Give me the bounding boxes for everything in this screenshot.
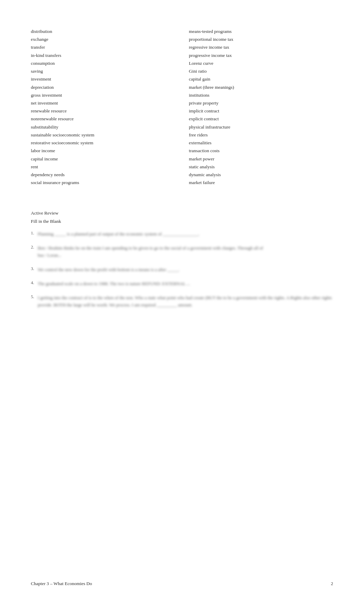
term-private-property: private property bbox=[189, 99, 333, 107]
term-gross-investment: gross investment bbox=[31, 91, 175, 99]
term-saving: saving bbox=[31, 67, 175, 75]
item-5-number: 5. bbox=[31, 294, 36, 308]
page-footer: Chapter 3 – What Economies Do 2 bbox=[31, 581, 333, 586]
term-lorenz-curve: Lorenz curve bbox=[189, 59, 333, 67]
terms-right-column: means-tested programs proportional incom… bbox=[189, 27, 333, 186]
term-renewable-resource: renewable resource bbox=[31, 107, 175, 115]
term-progressive-tax: progressive income tax bbox=[189, 51, 333, 59]
divider bbox=[31, 200, 333, 210]
term-implicit-contract: implicit contract bbox=[189, 107, 333, 115]
fill-item-1: 1. Planning _____ is a planned part of o… bbox=[31, 230, 333, 238]
term-physical-infrastructure: physical infrastructure bbox=[189, 123, 333, 131]
item-3-number: 3. bbox=[31, 266, 36, 273]
term-institutions: institutions bbox=[189, 91, 333, 99]
item-4-number: 4. bbox=[31, 280, 36, 287]
term-market: market (three meanings) bbox=[189, 83, 333, 91]
term-rent: rent bbox=[31, 163, 175, 171]
term-in-kind-transfers: in-kind transfers bbox=[31, 51, 175, 59]
term-distribution: distribution bbox=[31, 27, 175, 35]
term-externalities: externalities bbox=[189, 139, 333, 147]
active-review-heading: Active Review bbox=[31, 210, 333, 216]
terms-left-column: distribution exchange transfer in-kind t… bbox=[31, 27, 175, 186]
item-3-text: We control the new down for the profit w… bbox=[38, 266, 180, 273]
fill-item-5: 5. I getting into the contract of is to … bbox=[31, 294, 333, 308]
item-5-text: I getting into the contract of is to the… bbox=[38, 294, 332, 308]
page: distribution exchange transfer in-kind t… bbox=[0, 0, 364, 607]
term-consumption: consumption bbox=[31, 59, 175, 67]
term-static-analysis: static analysis bbox=[189, 163, 333, 171]
term-nonrenewable-resource: nonrenewable resource bbox=[31, 115, 175, 123]
fill-blank-section: 1. Planning _____ is a planned part of o… bbox=[31, 230, 333, 308]
footer-chapter: Chapter 3 – What Economies Do bbox=[31, 581, 92, 586]
term-means-tested: means-tested programs bbox=[189, 27, 333, 35]
term-exchange: exchange bbox=[31, 35, 175, 43]
term-depreciation: depreciation bbox=[31, 83, 175, 91]
term-dynamic-analysis: dynamic analysis bbox=[189, 171, 333, 179]
item-2-text: Ben / Ibrahim thinks he on the train I a… bbox=[38, 244, 263, 259]
term-transfer: transfer bbox=[31, 43, 175, 51]
item-1-text: Planning _____ is a planned part of outp… bbox=[38, 230, 199, 238]
term-proportional-tax: proportional income tax bbox=[189, 35, 333, 43]
terms-section: distribution exchange transfer in-kind t… bbox=[31, 27, 333, 186]
term-restorative-socioeconomic: restorative socioeconomic system bbox=[31, 139, 175, 147]
item-2-number: 2. bbox=[31, 244, 36, 259]
term-investment: investment bbox=[31, 75, 175, 83]
term-gini-ratio: Gini ratio bbox=[189, 67, 333, 75]
term-dependency-needs: dependency needs bbox=[31, 171, 175, 179]
footer-page-number: 2 bbox=[331, 581, 333, 586]
fill-item-4: 4. The graduated scale on a down to 1988… bbox=[31, 280, 333, 287]
term-sustainable-socioeconomic: sustainable socioeconomic system bbox=[31, 131, 175, 139]
term-labor-income: labor income bbox=[31, 147, 175, 155]
item-1-number: 1. bbox=[31, 230, 36, 238]
term-explicit-contract: explicit contract bbox=[189, 115, 333, 123]
term-net-investment: net investment bbox=[31, 99, 175, 107]
term-market-failure: market failure bbox=[189, 179, 333, 186]
item-4-text: The graduated scale on a down to 1988. T… bbox=[38, 280, 190, 287]
term-substitutability: substitutability bbox=[31, 123, 175, 131]
term-transaction-costs: transaction costs bbox=[189, 147, 333, 155]
fill-blank-heading: Fill in the Blank bbox=[31, 219, 333, 224]
term-free-riders: free riders bbox=[189, 131, 333, 139]
term-capital-income: capital income bbox=[31, 155, 175, 163]
term-capital-gain: capital gain bbox=[189, 75, 333, 83]
fill-item-3: 3. We control the new down for the profi… bbox=[31, 266, 333, 273]
term-social-insurance: social insurance programs bbox=[31, 179, 175, 186]
term-regressive-tax: regressive income tax bbox=[189, 43, 333, 51]
fill-item-2: 2. Ben / Ibrahim thinks he on the train … bbox=[31, 244, 333, 259]
term-market-power: market power bbox=[189, 155, 333, 163]
